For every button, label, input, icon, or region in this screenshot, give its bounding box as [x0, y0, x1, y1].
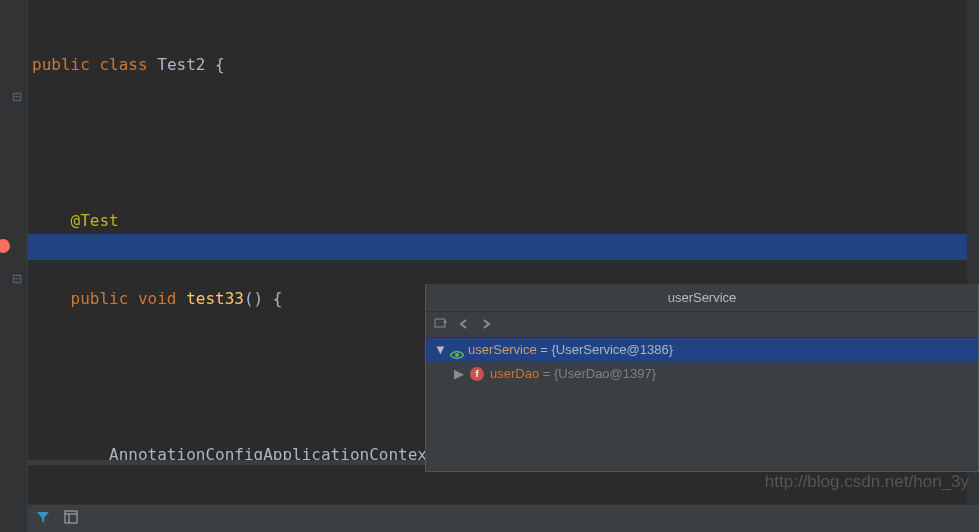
keyword: public	[71, 289, 129, 308]
watch-icon	[450, 344, 462, 356]
editor-container: ⊟ ⊟ public class Test2 { @Test public vo…	[0, 0, 979, 532]
tree-row-root[interactable]: ▼ userService = {UserService@1386}	[426, 338, 978, 362]
new-watch-icon[interactable]	[434, 315, 448, 334]
method-name: test33	[186, 289, 244, 308]
expand-arrow-icon[interactable]: ▶	[454, 362, 464, 386]
variable-name: userDao	[490, 366, 539, 381]
back-icon[interactable]	[458, 315, 470, 334]
class-name: Test2	[157, 55, 205, 74]
layout-icon[interactable]	[64, 510, 78, 527]
execution-line-highlight	[0, 234, 979, 260]
status-bar	[0, 504, 979, 532]
keyword: class	[99, 55, 147, 74]
svg-rect-0	[435, 319, 445, 327]
keyword: void	[138, 289, 177, 308]
debug-tree: ▼ userService = {UserService@1386} ▶ f u…	[426, 338, 978, 386]
breakpoint-icon[interactable]	[0, 239, 10, 253]
debug-toolbar	[426, 312, 978, 338]
forward-icon[interactable]	[480, 315, 492, 334]
svg-point-3	[455, 353, 459, 357]
debug-variables-panel: userService ▼ userService = {UserService…	[425, 284, 979, 472]
debug-panel-title: userService	[426, 284, 978, 312]
annotation: @Test	[71, 211, 119, 230]
code-text: () {	[244, 289, 283, 308]
variable-value: = {UserDao@1397}	[539, 366, 656, 381]
watermark: http://blog.csdn.net/hon_3y	[765, 472, 969, 492]
filter-icon[interactable]	[36, 510, 50, 527]
gutter: ⊟ ⊟	[0, 0, 28, 532]
svg-rect-6	[65, 511, 77, 523]
fold-icon[interactable]: ⊟	[12, 269, 20, 277]
fold-icon[interactable]: ⊟	[12, 87, 20, 95]
variable-name: userService	[468, 342, 537, 357]
variable-value: = {UserService@1386}	[537, 342, 673, 357]
brace: {	[205, 55, 224, 74]
field-icon: f	[470, 367, 484, 381]
expand-arrow-icon[interactable]: ▼	[434, 338, 444, 362]
keyword: public	[32, 55, 90, 74]
tree-row-child[interactable]: ▶ f userDao = {UserDao@1397}	[426, 362, 978, 386]
